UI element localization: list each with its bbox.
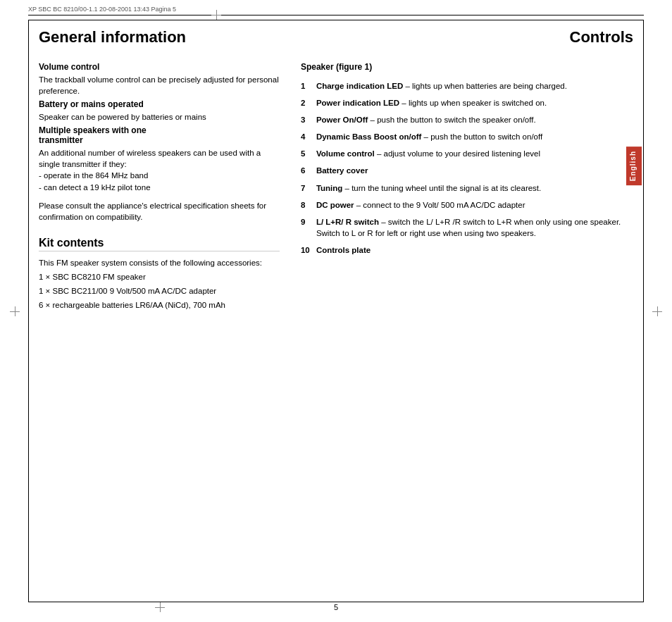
item-content-8: DC power – connect to the 9 Volt/ 500 mA… bbox=[316, 199, 525, 211]
item-label-7: Tuning bbox=[316, 184, 342, 192]
control-item-7: 7 Tuning – turn the tuning wheel until t… bbox=[301, 182, 633, 194]
main-content: General information Controls Volume cont… bbox=[39, 28, 633, 594]
item-label-3: Power On/Off bbox=[316, 116, 368, 124]
left-column: Volume control The trackball volume cont… bbox=[39, 62, 280, 313]
right-column: English Speaker (figure 1) 1 Charge indi… bbox=[301, 62, 633, 313]
item-desc-5: – adjust volume to your desired listenin… bbox=[375, 149, 540, 158]
section-consult: Please consult the appliance's electrica… bbox=[39, 200, 280, 223]
header-text: XP SBC BC 8210/00-1.1 20-08-2001 13:43 P… bbox=[28, 6, 176, 13]
page-container: XP SBC BC 8210/00-1.1 20-08-2001 13:43 P… bbox=[0, 0, 672, 622]
page-title-general-information: General information bbox=[39, 28, 186, 46]
item-number-8: 8 bbox=[301, 199, 312, 211]
battery-mains-text: Speaker can be powered by batteries or m… bbox=[39, 111, 280, 123]
page-title-controls: Controls bbox=[570, 28, 633, 46]
item-content-10: Controls plate bbox=[316, 244, 371, 256]
item-number-6: 6 bbox=[301, 165, 312, 176]
item-desc-3: – push the button to switch the speaker … bbox=[368, 116, 535, 124]
item-content-6: Battery cover bbox=[316, 165, 368, 176]
page-titles: General information Controls bbox=[39, 28, 633, 49]
controls-list: 1 Charge indication LED – lights up when… bbox=[301, 80, 633, 256]
section-multiple-speakers: Multiple speakers with onetransmitter An… bbox=[39, 125, 280, 192]
border-bottom bbox=[28, 602, 644, 602]
item-number-7: 7 bbox=[301, 182, 312, 194]
section-battery-mains: Battery or mains operated Speaker can be… bbox=[39, 99, 280, 123]
item-number-2: 2 bbox=[301, 97, 312, 108]
crosshair-left bbox=[10, 306, 20, 316]
border-right bbox=[643, 20, 644, 602]
crosshair-top bbox=[211, 10, 221, 20]
control-item-5: 5 Volume control – adjust volume to your… bbox=[301, 148, 633, 159]
item-desc-7: – turn the tuning wheel until the signal… bbox=[342, 184, 541, 192]
control-item-10: 10 Controls plate bbox=[301, 244, 633, 256]
control-item-1: 1 Charge indication LED – lights up when… bbox=[301, 80, 633, 92]
item-content-7: Tuning – turn the tuning wheel until the… bbox=[316, 182, 541, 194]
border-top bbox=[28, 20, 644, 20]
consult-text: Please consult the appliance's electrica… bbox=[39, 200, 280, 223]
crosshair-right bbox=[652, 306, 662, 316]
kit-contents-heading: Kit contents bbox=[39, 237, 280, 251]
multiple-speakers-heading: Multiple speakers with onetransmitter bbox=[39, 125, 280, 145]
item-content-5: Volume control – adjust volume to your d… bbox=[316, 148, 540, 159]
kit-item-1: 1 × SBC BC8210 FM speaker bbox=[39, 271, 280, 282]
item-content-1: Charge indication LED – lights up when b… bbox=[316, 80, 567, 92]
two-columns: Volume control The trackball volume cont… bbox=[39, 62, 633, 313]
kit-contents-intro: This FM speaker system consists of the f… bbox=[39, 257, 280, 268]
english-tab: English bbox=[626, 147, 642, 185]
item-label-8: DC power bbox=[316, 201, 354, 209]
item-desc-2: – lights up when speaker is switched on. bbox=[399, 99, 547, 107]
item-label-4: Dynamic Bass Boost on/off bbox=[316, 132, 422, 141]
control-item-3: 3 Power On/Off – push the button to swit… bbox=[301, 114, 633, 125]
item-label-10: Controls plate bbox=[316, 246, 371, 254]
control-item-8: 8 DC power – connect to the 9 Volt/ 500 … bbox=[301, 199, 633, 211]
page-number: 5 bbox=[0, 603, 672, 611]
item-label-9: L/ L+R/ R switch bbox=[316, 218, 379, 226]
item-content-9: L/ L+R/ R switch – switch the L/ L+R /R … bbox=[316, 216, 633, 239]
section-volume-control: Volume control The trackball volume cont… bbox=[39, 62, 280, 97]
item-number-4: 4 bbox=[301, 131, 312, 142]
battery-mains-heading: Battery or mains operated bbox=[39, 99, 280, 109]
item-label-1: Charge indication LED bbox=[316, 82, 403, 90]
speaker-heading: Speaker (figure 1) bbox=[301, 62, 633, 72]
item-number-5: 5 bbox=[301, 148, 312, 159]
border-left bbox=[28, 20, 29, 602]
item-label-5: Volume control bbox=[316, 149, 375, 158]
kit-contents-section: Kit contents This FM speaker system cons… bbox=[39, 237, 280, 311]
item-content-2: Power indication LED – lights up when sp… bbox=[316, 97, 547, 108]
item-content-4: Dynamic Bass Boost on/off – push the but… bbox=[316, 131, 542, 142]
control-item-4: 4 Dynamic Bass Boost on/off – push the b… bbox=[301, 131, 633, 142]
control-item-6: 6 Battery cover bbox=[301, 165, 633, 176]
item-desc-4: – push the button to switch on/off bbox=[421, 132, 542, 141]
item-desc-8: – connect to the 9 Volt/ 500 mA AC/DC ad… bbox=[354, 201, 525, 209]
control-item-9: 9 L/ L+R/ R switch – switch the L/ L+R /… bbox=[301, 216, 633, 239]
volume-control-text: The trackball volume control can be prec… bbox=[39, 74, 280, 97]
volume-control-heading: Volume control bbox=[39, 62, 280, 72]
header-bar: XP SBC BC 8210/00-1.1 20-08-2001 13:43 P… bbox=[28, 6, 644, 15]
item-content-3: Power On/Off – push the button to switch… bbox=[316, 114, 536, 125]
multiple-speakers-text: An additional number of wireless speaker… bbox=[39, 147, 280, 192]
item-number-9: 9 bbox=[301, 216, 312, 239]
item-number-10: 10 bbox=[301, 244, 312, 256]
kit-item-2: 1 × SBC BC211/00 9 Volt/500 mA AC/DC ada… bbox=[39, 285, 280, 297]
item-label-6: Battery cover bbox=[316, 166, 368, 175]
control-item-2: 2 Power indication LED – lights up when … bbox=[301, 97, 633, 108]
item-number-1: 1 bbox=[301, 80, 312, 92]
item-desc-1: – lights up when batteries are being cha… bbox=[403, 82, 567, 90]
kit-item-3: 6 × rechargeable batteries LR6/AA (NiCd)… bbox=[39, 299, 280, 311]
item-label-2: Power indication LED bbox=[316, 99, 399, 107]
item-number-3: 3 bbox=[301, 114, 312, 125]
